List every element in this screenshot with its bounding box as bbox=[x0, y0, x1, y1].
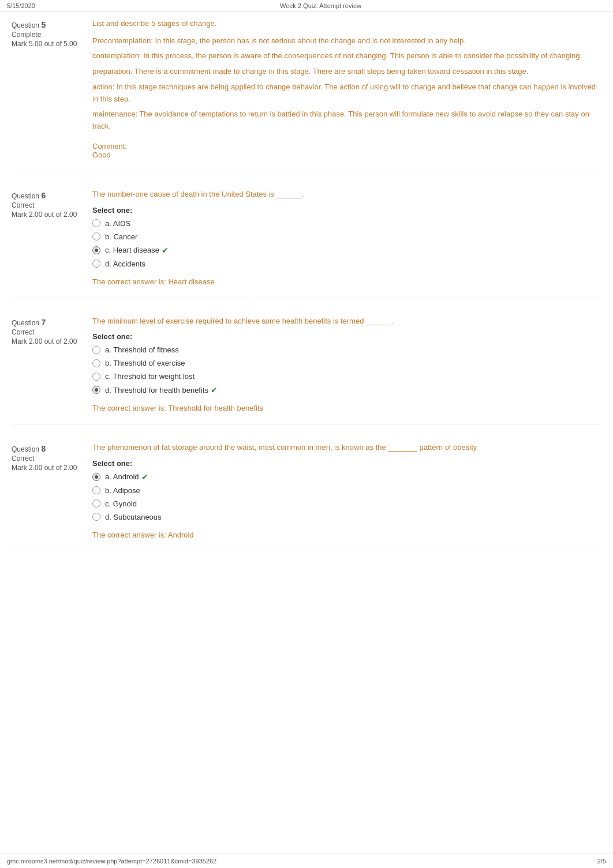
option-text-6-a: a. AIDS bbox=[105, 219, 130, 228]
answer-para-3: preparation: There is a commitment made … bbox=[92, 66, 601, 78]
question-mark-7: Mark 2.00 out of 2.00 bbox=[12, 337, 81, 345]
option-text-8-c: c. Gynoid bbox=[105, 499, 137, 508]
select-one-label-7: Select one: bbox=[92, 332, 601, 341]
question-text-7: The minimum level of exercise required t… bbox=[92, 315, 601, 327]
radio-8-a bbox=[92, 473, 100, 481]
option-8-d: d. Subcutaneous bbox=[92, 512, 601, 523]
radio-8-c bbox=[92, 499, 100, 508]
answer-para-4: action: In this stage techniques are bei… bbox=[92, 81, 601, 106]
question-mark-6: Mark 2.00 out of 2.00 bbox=[12, 211, 81, 219]
question-number-8: Question 8 bbox=[12, 444, 81, 453]
radio-6-a bbox=[92, 219, 100, 227]
comment-value-5: Good bbox=[92, 151, 601, 159]
option-text-7-d: d. Threshold for health benefits bbox=[105, 386, 208, 394]
question-text-5: List and describe 5 stages of change. bbox=[92, 18, 601, 29]
option-7-d: d. Threshold for health benefits ✔ bbox=[92, 384, 601, 396]
select-one-label-6: Select one: bbox=[92, 206, 601, 215]
correct-answer-8: The correct answer is: Android bbox=[92, 531, 601, 539]
question-body-8: The phenomenon of fat storage around the… bbox=[92, 442, 601, 539]
radio-8-b bbox=[92, 486, 100, 494]
option-text-7-a: a. Threshold of fitness bbox=[105, 345, 179, 354]
question-block-8: Question 8 Correct Mark 2.00 out of 2.00… bbox=[12, 442, 601, 551]
checkmark-8-a: ✔ bbox=[141, 472, 148, 482]
question-meta-5: Question 5 Complete Mark 5.00 out of 5.0… bbox=[12, 18, 92, 159]
question-number-6: Question 6 bbox=[12, 191, 81, 200]
radio-7-c bbox=[92, 373, 100, 381]
option-6-a: a. AIDS bbox=[92, 218, 601, 229]
question-meta-8: Question 8 Correct Mark 2.00 out of 2.00 bbox=[12, 442, 92, 539]
question-status-6: Correct bbox=[12, 201, 81, 209]
option-text-6-b: b. Cancer bbox=[105, 232, 137, 241]
option-8-c: c. Gynoid bbox=[92, 498, 601, 509]
option-7-b: b. Threshold of exercise bbox=[92, 358, 601, 369]
question-mark-8: Mark 2.00 out of 2.00 bbox=[12, 464, 81, 472]
radio-7-b bbox=[92, 359, 100, 367]
option-7-c: c. Threshold for weight lost bbox=[92, 371, 601, 382]
question-meta-7: Question 7 Correct Mark 2.00 out of 2.00 bbox=[12, 315, 92, 413]
option-text-6-d: d. Accidents bbox=[105, 260, 145, 268]
correct-answer-7: The correct answer is: Threshold for hea… bbox=[92, 404, 601, 412]
option-7-a: a. Threshold of fitness bbox=[92, 344, 601, 355]
question-meta-6: Question 6 Correct Mark 2.00 out of 2.00 bbox=[12, 189, 92, 286]
question-status-8: Correct bbox=[12, 454, 81, 463]
main-content: Question 5 Complete Mark 5.00 out of 5.0… bbox=[0, 12, 613, 598]
radio-8-d bbox=[92, 513, 100, 521]
question-mark-5: Mark 5.00 out of 5.00 bbox=[12, 40, 81, 48]
option-text-7-c: c. Threshold for weight lost bbox=[105, 372, 195, 381]
top-bar: 5/15/2020 Week 2 Quiz: Attempt review bbox=[0, 0, 613, 12]
page-title: Week 2 Quiz: Attempt review bbox=[280, 2, 361, 9]
radio-7-d bbox=[92, 386, 100, 394]
option-text-8-b: b. Adipose bbox=[105, 486, 140, 495]
question-body-7: The minimum level of exercise required t… bbox=[92, 315, 601, 413]
comment-label-5: Comment: bbox=[92, 142, 601, 151]
checkmark-6-c: ✔ bbox=[162, 246, 169, 255]
option-text-8-a: a. Android bbox=[105, 472, 139, 481]
question-text-6: The number-one cause of death in the Uni… bbox=[92, 189, 601, 200]
option-text-7-b: b. Threshold of exercise bbox=[105, 359, 185, 367]
question-number-7: Question 7 bbox=[12, 318, 81, 327]
question-text-8: The phenomenon of fat storage around the… bbox=[92, 442, 601, 453]
option-8-b: b. Adipose bbox=[92, 485, 601, 496]
checkmark-7-d: ✔ bbox=[211, 385, 218, 394]
answer-para-1: Precontemplation: In this stage, the per… bbox=[92, 35, 601, 47]
option-8-a: a. Android ✔ bbox=[92, 471, 601, 483]
option-6-c: c. Heart disease ✔ bbox=[92, 245, 601, 256]
option-6-d: d. Accidents bbox=[92, 258, 601, 269]
option-text-8-d: d. Subcutaneous bbox=[105, 513, 162, 521]
radio-6-c bbox=[92, 246, 100, 254]
option-text-6-c: c. Heart disease bbox=[105, 246, 159, 254]
question-block-7: Question 7 Correct Mark 2.00 out of 2.00… bbox=[12, 315, 601, 425]
question-status-5: Complete bbox=[12, 31, 81, 39]
question-block-5: Question 5 Complete Mark 5.00 out of 5.0… bbox=[12, 18, 601, 171]
radio-7-a bbox=[92, 346, 100, 354]
correct-answer-6: The correct answer is: Heart disease bbox=[92, 277, 601, 286]
select-one-label-8: Select one: bbox=[92, 459, 601, 468]
radio-6-b bbox=[92, 232, 100, 241]
radio-6-d bbox=[92, 260, 100, 268]
answer-para-5: maintenance: The avoidance of temptation… bbox=[92, 108, 601, 133]
date-label: 5/15/2020 bbox=[7, 2, 35, 9]
question-status-7: Correct bbox=[12, 328, 81, 336]
question-block-6: Question 6 Correct Mark 2.00 out of 2.00… bbox=[12, 189, 601, 298]
question-body-5: List and describe 5 stages of change. Pr… bbox=[92, 18, 601, 159]
question-number-5: Question 5 bbox=[12, 20, 81, 29]
answer-para-2: contemplation: In this process, the pers… bbox=[92, 50, 601, 62]
option-6-b: b. Cancer bbox=[92, 231, 601, 242]
question-body-6: The number-one cause of death in the Uni… bbox=[92, 189, 601, 286]
